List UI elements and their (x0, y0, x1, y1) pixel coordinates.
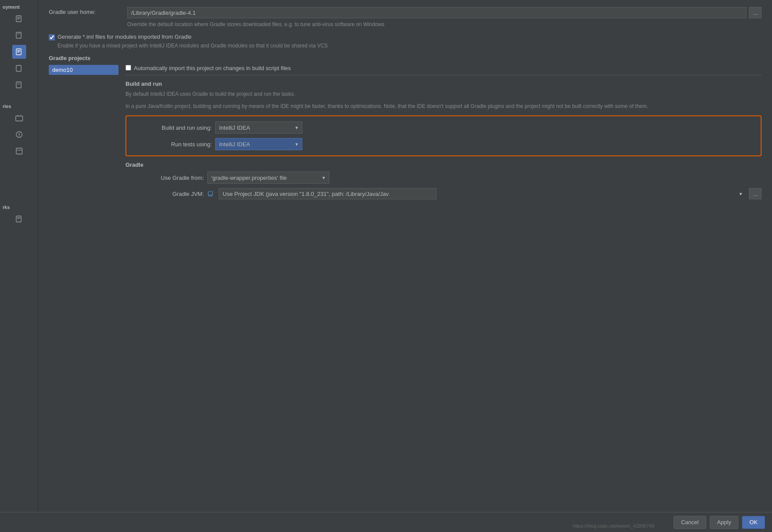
gradle-jvm-browse-btn[interactable]: ... (749, 188, 762, 199)
sidebar-icon-lib1[interactable] (12, 111, 26, 125)
build-run-highlighted-box: Build and run using: IntelliJ IDEA Gradl… (125, 115, 762, 156)
generate-iml-label: Generate *.iml files for modules importe… (58, 34, 192, 40)
svg-rect-24 (208, 192, 213, 195)
panel-inner: Gradle user home: ... Override the defau… (38, 0, 772, 532)
sidebar-icon-page1[interactable] (12, 12, 26, 26)
projects-layout: demo10 Automatically import this project… (49, 65, 762, 200)
sidebar-label-oyment: oyment (0, 4, 20, 10)
sidebar-icon-lib2[interactable] (12, 128, 26, 141)
run-tests-dropdown-wrapper: IntelliJ IDEA Gradle (215, 138, 302, 150)
generate-iml-row: Generate *.iml files for modules importe… (49, 34, 762, 40)
svg-rect-4 (16, 32, 21, 38)
gradle-jvm-row: Gradle JVM: Use Project JDK (java versio… (125, 188, 762, 199)
gradle-user-home-input-area: ... (127, 7, 762, 18)
gradle-user-home-input[interactable] (127, 7, 746, 18)
gradle-jvm-label: Gradle JVM: (125, 191, 204, 197)
gradle-user-home-row: Gradle user home: ... (49, 7, 762, 18)
gradle-jvm-dropdown-wrapper: Use Project JDK (java version "1.8.0_231… (219, 188, 746, 199)
svg-rect-0 (16, 16, 21, 22)
build-using-row: Build and run using: IntelliJ IDEA Gradl… (133, 121, 754, 134)
svg-rect-10 (16, 65, 21, 71)
gradle-jvm-input-area: Use Project JDK (java version "1.8.0_231… (207, 188, 762, 199)
auto-import-checkbox[interactable] (125, 65, 131, 71)
bottom-bar: https://blog.csdn.net/weixin_42806748 Ca… (38, 512, 772, 532)
build-run-title: Build and run (125, 81, 762, 87)
sidebar-section-ries: ries (0, 104, 38, 159)
build-using-dropdown-wrapper: IntelliJ IDEA Gradle (215, 121, 302, 134)
sidebar-icon-net1[interactable] (12, 212, 26, 226)
svg-rect-21 (16, 216, 21, 222)
gradle-user-home-label: Gradle user home: (49, 7, 127, 15)
content-area: Gradle user home: ... Override the defau… (38, 0, 772, 532)
apply-button[interactable]: Apply (710, 516, 739, 529)
project-item-demo10[interactable]: demo10 (49, 65, 119, 75)
build-run-hint1: By default IntelliJ IDEA uses Gradle to … (125, 91, 762, 98)
projects-list: demo10 (49, 65, 119, 75)
sidebar-section-oyment: oyment (0, 4, 38, 93)
build-using-select[interactable]: IntelliJ IDEA Gradle (215, 121, 302, 134)
main-layout: oyment ries (0, 0, 772, 532)
sidebar: oyment ries (0, 0, 38, 532)
gradle-projects-section: Gradle projects demo10 Automatically imp… (49, 55, 762, 200)
use-gradle-from-select[interactable]: 'gradle-wrapper.properties' file Specifi… (207, 172, 329, 184)
build-using-label: Build and run using: (133, 125, 212, 131)
svg-rect-6 (16, 49, 21, 55)
sidebar-icon-page4[interactable] (12, 78, 26, 92)
svg-point-18 (19, 135, 20, 136)
generate-iml-checkbox[interactable] (49, 34, 55, 40)
sidebar-icon-lib3[interactable] (12, 144, 26, 158)
use-gradle-from-wrapper: 'gradle-wrapper.properties' file Specifi… (207, 172, 329, 184)
build-run-hint2: In a pure Java/Kotlin project, building … (125, 103, 762, 110)
use-gradle-from-label: Use Gradle from: (125, 175, 204, 181)
gradle-jvm-select[interactable]: Use Project JDK (java version "1.8.0_231… (219, 188, 437, 199)
divider-build-run (125, 75, 762, 75)
auto-import-label: Automatically import this project on cha… (134, 65, 291, 71)
sidebar-label-ries: ries (0, 104, 11, 109)
run-tests-row: Run tests using: IntelliJ IDEA Gradle (133, 138, 754, 150)
svg-rect-19 (16, 148, 22, 154)
gradle-subsection: Gradle Use Gradle from: 'gradle-wrapper.… (125, 162, 762, 199)
use-gradle-from-row: Use Gradle from: 'gradle-wrapper.propert… (125, 172, 762, 184)
svg-rect-11 (16, 82, 21, 88)
ok-button[interactable]: OK (742, 516, 765, 529)
sidebar-section-rks: rks (0, 205, 38, 227)
run-tests-select[interactable]: IntelliJ IDEA Gradle (215, 138, 302, 150)
jdk-icon (207, 190, 214, 197)
sidebar-icon-page2[interactable] (12, 28, 26, 42)
gradle-projects-title: Gradle projects (49, 55, 762, 61)
run-tests-label: Run tests using: (133, 141, 212, 148)
sidebar-label-rks: rks (0, 205, 10, 210)
project-settings: Automatically import this project on cha… (125, 65, 762, 200)
settings-panel: Gradle user home: ... Override the defau… (38, 0, 772, 532)
gradle-subsection-title: Gradle (125, 162, 762, 168)
cancel-button[interactable]: Cancel (674, 516, 706, 529)
generate-iml-hint: Enable if you have a mixed project with … (58, 42, 762, 50)
auto-import-row: Automatically import this project on cha… (125, 65, 762, 71)
gradle-user-home-hint: Override the default location where Grad… (127, 21, 762, 28)
svg-rect-13 (16, 116, 23, 121)
sidebar-icon-page-active[interactable] (12, 45, 26, 59)
watermark: https://blog.csdn.net/weixin_42806748 (573, 523, 654, 529)
sidebar-icon-page3[interactable] (12, 61, 26, 75)
gradle-user-home-browse-btn[interactable]: ... (749, 7, 762, 18)
